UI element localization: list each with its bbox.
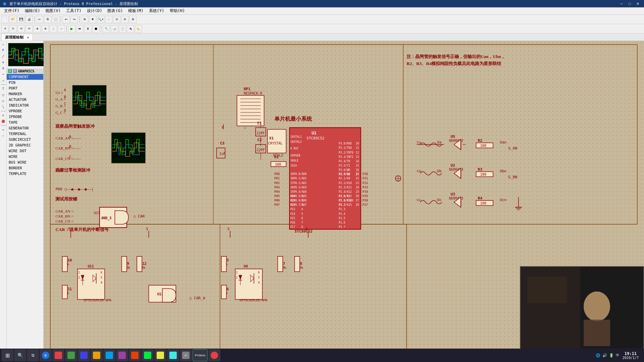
taskbar-app6[interactable] xyxy=(116,349,128,361)
tb2-prop5[interactable]: 📐 xyxy=(135,25,142,33)
tb-save[interactable]: 💾 xyxy=(17,16,25,23)
menu-system[interactable]: 系统(Y) xyxy=(146,7,167,14)
taskbar-app11[interactable]: ✂ xyxy=(180,349,192,361)
mode-plus[interactable]: + xyxy=(1,127,6,132)
tb2-sim-play[interactable]: ▶ xyxy=(68,25,75,33)
menu-help[interactable]: 帮助(H) xyxy=(167,7,188,14)
mode-component[interactable]: P xyxy=(1,48,6,53)
tb-print[interactable]: 🖨 xyxy=(25,16,33,23)
tb-cut[interactable]: ✂ xyxy=(36,16,43,23)
tb2-6[interactable]: ⊗ xyxy=(42,25,49,33)
search-button[interactable]: 🔍 xyxy=(14,349,26,361)
tb-zoomall[interactable]: ⊟ xyxy=(121,16,128,23)
tb2-prop4[interactable]: 🔌 xyxy=(127,25,134,33)
comp-item-wiredot[interactable]: WIRE DOT xyxy=(7,148,43,154)
mode-marker[interactable]: ⊙ xyxy=(1,113,6,118)
tb-paste[interactable]: 📋 xyxy=(52,16,59,23)
comp-item-actuator[interactable]: ACTUATOR xyxy=(7,97,43,103)
mode-junction[interactable]: • xyxy=(1,72,6,77)
comp-item-iprobe[interactable]: IPROBE xyxy=(7,114,43,120)
tb2-sim-stop[interactable]: ⏹ xyxy=(92,25,100,33)
taskbar-app9[interactable] xyxy=(154,349,166,361)
taskbar-app12[interactable] xyxy=(208,349,220,361)
systray-sound[interactable]: 🔊 xyxy=(602,353,607,358)
tab-schematic[interactable]: 原理图绘制 ✕ xyxy=(1,34,33,41)
tb-redo[interactable]: ↪ xyxy=(70,16,78,23)
taskbar-app8[interactable] xyxy=(142,349,154,361)
mode-rect[interactable]: □ xyxy=(1,92,6,98)
menu-design[interactable]: 设计(D) xyxy=(84,7,105,14)
tb-zoomfit[interactable]: ⊡ xyxy=(113,16,120,23)
tb2-prop1[interactable]: 🔧 xyxy=(103,25,110,33)
comp-item-marker[interactable]: MARKER xyxy=(7,91,43,97)
tb-marker[interactable]: ✚ xyxy=(89,16,96,23)
tab-close-button[interactable]: ✕ xyxy=(27,36,29,39)
tb2-8[interactable]: ↔ xyxy=(58,25,65,33)
mode-minus[interactable]: − xyxy=(1,133,6,138)
tb-copy[interactable]: ⧉ xyxy=(44,16,51,23)
comp-item-port[interactable]: PORT xyxy=(7,85,43,91)
tb2-7[interactable]: ↕ xyxy=(50,25,57,33)
minimize-button[interactable]: ─ xyxy=(618,1,625,7)
canvas-area[interactable]: Ua ○ G_A ○ G_B ○ G_C ○ A B C D 观 xyxy=(44,41,644,353)
comp-item-template[interactable]: TEMPLATE xyxy=(7,171,43,177)
comp-item-buswire[interactable]: BUS WIRE xyxy=(7,160,43,165)
comp-item-vprobe[interactable]: VPROBE xyxy=(7,108,43,114)
tb-open[interactable]: 📂 xyxy=(9,16,17,23)
close-button[interactable]: ✕ xyxy=(634,1,641,7)
tb2-sim-step[interactable]: ⏭ xyxy=(76,25,84,33)
comp-item-subcircuit[interactable]: SUBCIRCUIT xyxy=(7,137,43,142)
maximize-button[interactable]: □ xyxy=(626,1,633,7)
taskbar-app7[interactable] xyxy=(129,349,141,361)
mode-bus[interactable]: ≡ xyxy=(1,60,6,65)
tb2-1[interactable]: ↺ xyxy=(1,25,9,33)
mode-text[interactable]: T xyxy=(1,86,6,92)
tb-undo[interactable]: ↩ xyxy=(62,16,70,23)
taskview-button[interactable]: ⧉ xyxy=(27,349,39,361)
comp-item-component[interactable]: COMPONENT xyxy=(7,74,43,80)
menu-template[interactable]: 模板(M) xyxy=(125,7,146,14)
mode-circle[interactable]: ○ xyxy=(1,98,6,104)
tb-zoomin[interactable]: 🔍+ xyxy=(97,16,104,23)
systray-network[interactable]: 🌐 xyxy=(596,353,600,358)
comp-item-generator[interactable]: GENERATOR xyxy=(7,125,43,131)
taskbar-ie[interactable]: e xyxy=(40,349,52,361)
taskbar-app5[interactable] xyxy=(103,349,115,361)
menu-edit[interactable]: 编辑(E) xyxy=(22,7,43,14)
comp-item-border[interactable]: BORDER xyxy=(7,165,43,171)
mode-wire[interactable]: ╱ xyxy=(1,54,6,59)
tb2-5[interactable]: ⊕ xyxy=(34,25,41,33)
taskbar-proteus[interactable]: Proteus xyxy=(193,349,208,361)
mode-select[interactable]: ↖ xyxy=(1,42,6,47)
clock[interactable]: 19:11 2020/1/7 xyxy=(621,351,640,360)
tb2-sim-pause[interactable]: ⏸ xyxy=(84,25,92,33)
comp-item-2dgraphic[interactable]: 2D GRAPHIC xyxy=(7,142,43,148)
comp-item-tape[interactable]: TAPE xyxy=(7,120,43,125)
tb2-prop3[interactable]: 📋 xyxy=(119,25,126,33)
tb-zoomout[interactable]: − xyxy=(105,16,112,23)
systray-battery[interactable]: 🔋 xyxy=(609,353,614,358)
taskbar-app2[interactable] xyxy=(65,349,77,361)
menu-view[interactable]: 视图(V) xyxy=(43,7,63,14)
schematic[interactable]: Ua ○ G_A ○ G_B ○ G_C ○ A B C D 观 xyxy=(44,41,644,353)
tb2-prop2[interactable]: 📊 xyxy=(111,25,118,33)
mode-label[interactable]: A xyxy=(1,66,6,71)
tb2-3[interactable]: ⟲ xyxy=(17,25,25,33)
menu-tools[interactable]: 工具(T) xyxy=(63,7,84,14)
mode-tape[interactable]: 🔴 xyxy=(1,119,6,124)
taskbar-app4[interactable] xyxy=(91,349,103,361)
menu-graph[interactable]: 图表(G) xyxy=(105,7,125,14)
tb-new[interactable]: 📄 xyxy=(1,16,9,23)
comp-item-wire[interactable]: WIRE xyxy=(7,154,43,160)
comp-item-pin[interactable]: PIN xyxy=(7,80,43,85)
comp-item-indicator[interactable]: INDICATOR xyxy=(7,103,43,108)
mode-power[interactable]: ⏚ xyxy=(1,78,6,83)
taskbar-app1[interactable] xyxy=(52,349,64,361)
start-button[interactable]: ⊞ xyxy=(1,349,13,361)
tb2-2[interactable]: ↻ xyxy=(9,25,17,33)
taskbar-app10[interactable] xyxy=(167,349,179,361)
tb-zoomsel[interactable]: ⊞ xyxy=(129,16,137,23)
tb-block[interactable]: ⊞ xyxy=(81,16,88,23)
tb2-4[interactable]: ⟳ xyxy=(25,25,33,33)
comp-item-terminal[interactable]: TERMINAL xyxy=(7,131,43,137)
